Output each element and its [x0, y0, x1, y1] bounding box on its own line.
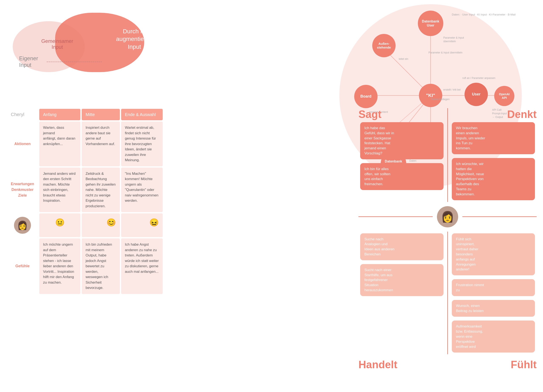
journey-header-name: Cheryl: [6, 108, 39, 121]
emoji-mitte: 😊: [81, 213, 120, 238]
venn-center-label: Gemeinsamer Input: [40, 38, 74, 50]
aktionen-ende: Wartet erstmal ab, findet sich nicht gen…: [120, 121, 163, 167]
node-ki: "KI": [419, 84, 442, 107]
node-board: Board: [354, 85, 378, 108]
empathy-middle-divider: 👩: [358, 206, 537, 227]
empathy-sagt-bubble-2: Ich bin für alles offen, wir sollten uns…: [360, 163, 443, 190]
empathy-fühlt-label: Fühlt: [511, 358, 537, 371]
empathy-bottom-labels: Handelt Fühlt: [358, 358, 537, 371]
gefühle-label: Gefühle: [6, 238, 39, 295]
journey-header-mitte: Mitte: [81, 108, 120, 121]
empathy-handelt-label: Handelt: [358, 358, 397, 371]
journey-row-erwartungen: Erwartungen Denkmuster Ziele Jemand ande…: [6, 167, 163, 213]
anno-ki-theme: Thema festlegen: [430, 97, 449, 101]
anno-center-top: Parameter & Input übermitteln: [429, 51, 462, 55]
empathy-vertical-line-2: [447, 232, 448, 354]
aktionen-label: Aktionen: [6, 121, 39, 167]
venn-right-label: Durch KI augmentierter Input: [116, 28, 153, 51]
node-user: User: [464, 83, 488, 106]
gefühle-anfang: Ich möchte ungern auf dem Präsentiertell…: [39, 238, 81, 295]
journey-avatar-cell: 👩: [6, 213, 39, 238]
erwartungen-mitte: Zeitdruck & Beobachtung gehen ihr zuweil…: [81, 167, 120, 213]
empathy-fühlt-col: Fühlt sich uninspiriert, vertraut daher …: [450, 232, 537, 354]
empathy-handelt-col: Suche nach Analogien und Ideen aus ander…: [358, 232, 445, 298]
empathy-fühlt-bubble-1: Fühlt sich uninspiriert, vertraut daher …: [452, 233, 535, 276]
erwartungen-anfang: Jemand anders wird den ersten Schritt ma…: [39, 167, 81, 213]
empathy-denkt-col: Denkt Wir brauchen einen anderen Impuls,…: [450, 108, 537, 202]
anno-center-right: ruft an / Parameter anpassen: [462, 76, 495, 80]
empathy-vertical-line: [447, 108, 448, 202]
empathy-handelt-bubble-1: Suche nach Analogien und Ideen aus ander…: [360, 233, 443, 260]
journey-row-aktionen: Aktionen Warten, dass jemand anfängt, da…: [6, 121, 163, 167]
empathy-denkt-label: Denkt: [450, 108, 537, 120]
journey-map: Cheryl Anfang Mitte Ende & Auswahl Aktio…: [6, 108, 163, 295]
empathy-sagt-col: Sagt Ich habe das Gefühl, dass wir in ei…: [358, 108, 445, 192]
aktionen-mitte: Inspiriert durch andere baut sie gerne a…: [81, 121, 120, 167]
empathy-top-section: Sagt Ich habe das Gefühl, dass wir in ei…: [358, 108, 537, 202]
node-aussenstehende: Außen- stehende: [372, 34, 396, 57]
empathy-sagt-bubble-1: Ich habe das Gefühl, dass wir in einer S…: [360, 122, 443, 159]
gefühle-mitte: Ich bin zufrieden mit meinem Output, hab…: [81, 238, 120, 295]
empathy-map: Sagt Ich habe das Gefühl, dass wir in ei…: [358, 108, 537, 384]
empathy-hline-left: [358, 216, 433, 217]
empathy-denkt-bubble-1: Wir brauchen einen anderen Impuls, um wi…: [452, 122, 535, 154]
empathy-hline-right: [462, 216, 537, 217]
journey-header-anfang: Anfang: [39, 108, 81, 121]
venn-diagram: Eigener Input Gemeinsamer Input Durch KI…: [13, 8, 161, 102]
empathy-bottom-section: Suche nach Analogien und Ideen aus ander…: [358, 232, 537, 354]
erwartungen-ende: "Ins Machen" kommen! Möchte ungern als "…: [120, 167, 163, 213]
venn-left-label: Eigener Input: [19, 55, 38, 68]
empathy-fühlt-bubble-4: Aufmerksamkeit bzw. Entlassung, wenn ein…: [452, 320, 535, 352]
empathy-fühlt-bubble-3: Wunsch, einen Beitrag zu leisten: [452, 300, 535, 317]
node-openai: OpenAI API: [494, 86, 514, 106]
journey-header-ende: Ende & Auswahl: [120, 108, 163, 121]
node-datenbank-user: Datenbank User: [418, 11, 443, 36]
empathy-sagt-label: Sagt: [358, 108, 445, 120]
erwartungen-label: Erwartungen Denkmuster Ziele: [6, 167, 39, 213]
venn-dashed-line: [47, 62, 102, 62]
anno-param-input: Parameter & Input übermitteln: [443, 36, 464, 43]
empathy-avatar: 👩: [437, 206, 458, 227]
empathy-denkt-bubble-2: Ich wünschte, wir hatten die Möglichkeit…: [452, 158, 535, 200]
anno-außen-leitet: leitet ein: [399, 57, 408, 61]
anno-top-right: Daten: · User Input · KI Input · KI-Para…: [452, 13, 516, 17]
empathy-fühlt-bubble-2: Frustration nimmt zu: [452, 279, 535, 296]
journey-row-gefühle: Gefühle Ich möchte ungern auf dem Präsen…: [6, 238, 163, 295]
empathy-handelt-bubble-2: Sucht nach einer Starthilfe, um aus fest…: [360, 264, 443, 296]
journey-avatar: 👩: [14, 217, 31, 234]
aktionen-anfang: Warten, dass jemand anfängt, dann daran …: [39, 121, 81, 167]
gefühle-ende: Ich habe Angst anderen zu nahe zu treten…: [120, 238, 163, 295]
emoji-anfang: 😐: [39, 213, 81, 238]
journey-row-emoji: 👩 😐 😊 😖: [6, 213, 163, 238]
venn-container: Eigener Input Gemeinsamer Input Durch KI…: [13, 8, 161, 89]
journey-table: Cheryl Anfang Mitte Ende & Auswahl Aktio…: [6, 108, 163, 295]
emoji-ende: 😖: [120, 213, 163, 238]
anno-user-ki: erstellt / tritt bei: [443, 88, 460, 92]
